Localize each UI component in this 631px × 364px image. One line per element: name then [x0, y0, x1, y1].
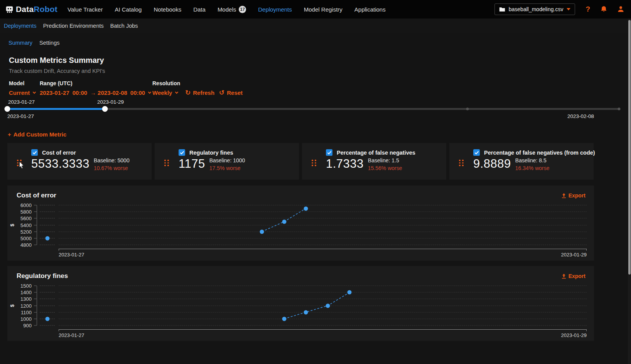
nav-item-value-tracker[interactable]: Value Tracker [67, 6, 103, 13]
y-tick-mark [34, 312, 37, 312]
export-button[interactable]: Export [562, 192, 585, 199]
subnav-item-batch-jobs[interactable]: Batch Jobs [110, 23, 138, 29]
y-tick-label: 1500 [20, 283, 32, 289]
bell-icon[interactable] [601, 6, 607, 13]
data-point[interactable] [260, 229, 264, 234]
page-title: Custom Metrics Summary [9, 56, 104, 65]
chevron-down-icon [148, 90, 151, 93]
plot-region [59, 205, 587, 245]
chevron-down-icon [567, 8, 570, 10]
data-point[interactable] [326, 303, 330, 308]
models-count-badge: 17 [239, 6, 246, 13]
metric-title: Cost of error [42, 150, 76, 156]
slider-handle-start[interactable] [5, 106, 10, 112]
data-point[interactable] [304, 206, 308, 211]
nav-item-models[interactable]: Models17 [218, 6, 246, 13]
y-tick-label: 5000 [20, 235, 32, 241]
model-dropdown[interactable]: Current [9, 89, 35, 96]
resolution-dropdown[interactable]: Weekly [152, 89, 178, 96]
y-tick-label: 6000 [20, 202, 32, 208]
y-tick-mark [34, 218, 37, 219]
metric-title: Percentage of false negatives [337, 150, 415, 156]
baseline-point[interactable] [45, 236, 49, 240]
slider-selected-range [7, 108, 105, 110]
resolution-value: Weekly [152, 89, 172, 96]
check-icon [474, 151, 479, 155]
tab-summary[interactable]: Summary [8, 40, 32, 46]
reset-button[interactable]: ↺ Reset [219, 89, 243, 96]
metric-value: 9.8889 [473, 158, 511, 170]
slider-handle-end[interactable] [102, 106, 108, 112]
app-window: DataRobot Value Tracker AI Catalog Noteb… [0, 0, 631, 364]
logo-text-data: Data [16, 5, 34, 13]
x-axis-start-label: 2023-01-27 [59, 332, 84, 338]
date-range-slider[interactable] [7, 108, 620, 110]
nav-item-model-registry[interactable]: Model Registry [304, 6, 342, 13]
chart-title: Cost of error [17, 192, 56, 199]
nav-item-ai-catalog[interactable]: AI Catalog [115, 6, 142, 13]
baseline-gridline [40, 231, 55, 232]
add-custom-metric-button[interactable]: +Add Custom Metric [8, 131, 66, 138]
data-point[interactable] [348, 290, 352, 295]
chart-plot-area: $ 6000580056005400520050004800 [7, 205, 594, 245]
y-tick-mark [34, 325, 37, 326]
baseline-point[interactable] [45, 317, 49, 321]
export-icon [562, 274, 566, 279]
tab-settings[interactable]: Settings [39, 40, 59, 46]
y-tick-mark [34, 212, 37, 212]
metric-checkbox[interactable] [179, 149, 185, 156]
chevron-down-icon [33, 90, 36, 93]
y-tick-label: 1100 [21, 309, 32, 315]
user-icon[interactable] [618, 6, 624, 13]
metric-card-false-negatives-from-code: Percentage of false negatives (from code… [449, 143, 594, 180]
y-tick-mark [34, 299, 37, 299]
check-icon [327, 151, 332, 155]
baseline-gridline [40, 286, 55, 286]
scrollbar-thumb[interactable] [628, 20, 631, 275]
nav-item-models-label: Models [218, 6, 236, 13]
drag-handle-icon[interactable] [312, 160, 316, 166]
refresh-label: Refresh [193, 89, 214, 96]
metric-baseline: Baseline: 1000 [209, 157, 245, 163]
drag-handle-icon[interactable] [459, 160, 464, 166]
page-subtitle: Track custom Drift, Accuracy and KPI's [9, 68, 105, 74]
help-icon[interactable]: ? [585, 5, 590, 13]
nav-item-data[interactable]: Data [193, 6, 206, 13]
model-value: Current [9, 89, 30, 96]
refresh-button[interactable]: ↻ Refresh [185, 89, 214, 96]
nav-item-deployments[interactable]: Deployments [258, 6, 292, 13]
export-button[interactable]: Export [562, 273, 585, 279]
topnav-right-cluster: baseball_modeling.csv ? [494, 3, 624, 15]
y-axis-tick-labels: 150014001300120011001000900 [7, 286, 32, 325]
arrow-right-icon: → [90, 89, 96, 96]
metric-card-false-negatives: Percentage of false negatives 1.7333 Bas… [302, 143, 446, 180]
metric-checkbox[interactable] [473, 149, 480, 156]
slider-mid-tick [466, 108, 469, 110]
export-label: Export [569, 192, 585, 199]
x-axis-end-label: 2023-01-29 [561, 252, 587, 258]
metric-checkbox[interactable] [31, 149, 38, 156]
robot-logo-icon [5, 5, 13, 13]
subnav-item-prediction-environments[interactable]: Prediction Environments [43, 23, 104, 29]
reset-label: Reset [227, 89, 243, 96]
data-point[interactable] [282, 317, 286, 321]
data-point[interactable] [304, 310, 308, 314]
y-tick-mark [34, 286, 37, 286]
export-label: Export [569, 273, 585, 279]
metric-checkbox[interactable] [326, 149, 332, 156]
metric-value: 5533.3333 [31, 158, 89, 170]
subnav-item-deployments[interactable]: Deployments [4, 23, 37, 29]
range-dropdown[interactable]: 2023-01-27 00:00 → 2023-02-08 00:00 [40, 89, 151, 96]
metric-delta: 15.56% worse [368, 165, 402, 171]
nav-item-notebooks[interactable]: Notebooks [154, 6, 181, 13]
y-axis-tick-labels: 6000580056005400520050004800 [7, 205, 32, 245]
x-axis-end-label: 2023-01-29 [561, 332, 587, 338]
chart-title: Regulatory fines [17, 272, 68, 280]
datarobot-logo[interactable]: DataRobot [5, 5, 57, 14]
drag-handle-icon[interactable] [164, 160, 169, 166]
nav-item-applications[interactable]: Applications [354, 6, 386, 13]
baseline-gridline [40, 299, 55, 299]
dataset-selector[interactable]: baseball_modeling.csv [494, 3, 575, 15]
data-point[interactable] [282, 219, 286, 224]
range-end-date: 2023-02-08 [98, 89, 127, 96]
